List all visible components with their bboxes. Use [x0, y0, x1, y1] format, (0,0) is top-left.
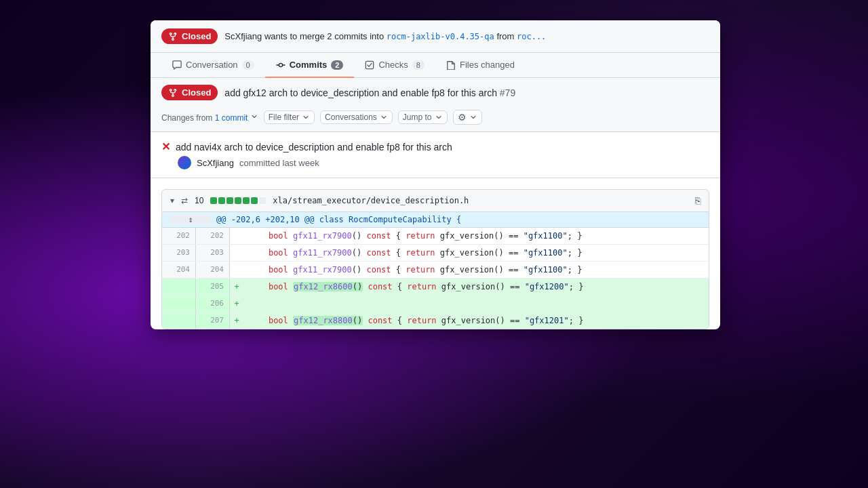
svg-point-0 — [279, 63, 282, 66]
new-line-num: 207 — [196, 312, 230, 329]
diff-bar-2 — [218, 197, 225, 204]
diff-sign: + — [230, 312, 243, 329]
gear-icon: ⚙ — [458, 112, 467, 123]
hunk-expand[interactable]: ↕ — [170, 215, 211, 224]
tab-files-changed[interactable]: Files changed — [435, 53, 526, 78]
new-line-num: 205 — [196, 279, 230, 295]
pr-title: add gfx12 arch to device_description and… — [224, 87, 515, 98]
closed-badge: Closed — [161, 28, 218, 44]
diff-row-added: 205 + bool gfx12_rx8600() const { return… — [162, 279, 709, 296]
commit-link[interactable]: 1 commit — [215, 113, 248, 123]
diff-row: 204 204 bool gfx11_rx7900() const { retu… — [162, 262, 709, 279]
top-bar: Closed ScXfjiang wants to merge 2 commit… — [151, 20, 720, 53]
copy-path-icon[interactable]: ⎘ — [695, 195, 701, 206]
commit-title: ✕ add navi4x arch to device_description … — [161, 140, 709, 153]
diff-sign — [230, 245, 243, 261]
diff-bar-3 — [226, 197, 233, 204]
changes-from-text: Changes from 1 commit — [161, 113, 258, 123]
conversations-btn[interactable]: Conversations — [320, 110, 393, 124]
old-line-num: 202 — [162, 228, 196, 244]
files-tab-label: Files changed — [460, 60, 515, 70]
closed-label: Closed — [182, 31, 211, 41]
conversation-count: 0 — [242, 60, 254, 70]
author-name[interactable]: ScXfjiang — [197, 158, 234, 168]
diff-bar-4 — [235, 197, 241, 204]
diff-line-count: 10 — [195, 196, 203, 205]
diff-row-added: 207 + bool gfx12_rx8800() const { return… — [162, 312, 709, 329]
new-line-num: 202 — [196, 228, 230, 244]
diff-section: ▾ ⇄ 10 xla/stream_executor/device_descri… — [151, 178, 720, 329]
tab-commits[interactable]: Commits 2 — [265, 53, 355, 78]
commit-author: ScXfjiang committed last week — [178, 156, 709, 169]
git-merge-icon — [168, 32, 178, 41]
tab-checks[interactable]: Checks 8 — [354, 53, 435, 78]
diff-code: bool gfx12_rx8800() const { return gfx_v… — [243, 312, 709, 329]
old-line-num — [162, 312, 196, 329]
settings-chevron-icon — [469, 113, 477, 121]
new-line-num: 203 — [196, 245, 230, 261]
new-line-num: 204 — [196, 262, 230, 278]
filter-chevron-icon — [302, 113, 310, 121]
main-panel: Closed ScXfjiang wants to merge 2 commit… — [151, 20, 720, 329]
collapse-diff-btn[interactable]: ▾ — [170, 196, 174, 205]
author-avatar — [178, 156, 191, 169]
pr-closed-label: Closed — [182, 87, 211, 98]
checks-icon — [365, 60, 374, 70]
diff-file-header: ▾ ⇄ 10 xla/stream_executor/device_descri… — [161, 189, 709, 212]
pr-number: #79 — [500, 87, 515, 98]
conversations-chevron-icon — [380, 113, 388, 121]
commit-time: committed last week — [239, 158, 319, 168]
source-branch[interactable]: roc... — [517, 32, 546, 41]
old-line-num: 204 — [162, 262, 196, 278]
commits-count: 2 — [331, 60, 343, 70]
diff-bar-5 — [243, 197, 250, 204]
diff-bar-6 — [251, 197, 258, 204]
new-line-num: 206 — [196, 296, 230, 312]
commits-icon — [276, 60, 285, 70]
diff-code: bool gfx12_rx8600() const { return gfx_v… — [243, 279, 709, 295]
merge-text: ScXfjiang wants to merge 2 commits into … — [224, 31, 546, 41]
checks-count: 8 — [412, 60, 425, 70]
chevron-down-icon — [250, 113, 258, 121]
diff-hunk-header: ↕ @@ -202,6 +202,10 @@ class RocmCompute… — [162, 212, 709, 228]
diff-code: bool gfx11_rx7900() const { return gfx_v… — [243, 245, 709, 261]
pr-merge-icon — [168, 88, 178, 98]
diff-row-added: 206 + — [162, 296, 709, 312]
conversation-icon — [172, 60, 182, 70]
old-line-num — [162, 296, 196, 312]
hunk-range: @@ -202,6 +202,10 @@ class RocmComputeCa… — [216, 215, 461, 224]
pr-title-bar: Closed add gfx12 arch to device_descript… — [151, 78, 720, 132]
jump-to-btn[interactable]: Jump to — [398, 110, 448, 124]
file-filter-btn[interactable]: File filter — [264, 110, 315, 124]
diff-sign — [230, 228, 243, 244]
diff-sign: + — [230, 279, 243, 295]
diff-sign — [230, 262, 243, 278]
diff-row: 203 203 bool gfx11_rx7900() const { retu… — [162, 245, 709, 262]
old-line-num: 203 — [162, 245, 196, 261]
settings-btn[interactable]: ⚙ — [453, 110, 482, 125]
jumpto-chevron-icon — [435, 113, 443, 121]
diff-code: bool gfx11_rx7900() const { return gfx_v… — [243, 262, 709, 278]
conversation-tab-label: Conversation — [186, 60, 238, 70]
diff-filename: xla/stream_executor/device_description.h — [273, 196, 688, 205]
commit-section: ✕ add navi4x arch to device_description … — [151, 132, 720, 178]
diff-code: bool gfx11_rx7900() const { return gfx_v… — [243, 228, 709, 244]
checks-tab-label: Checks — [378, 60, 408, 70]
diff-bar-7 — [259, 197, 266, 204]
files-icon — [446, 60, 456, 70]
x-status-icon: ✕ — [161, 140, 170, 153]
old-line-num — [162, 279, 196, 295]
commits-tab-label: Commits — [290, 60, 328, 70]
diff-bars — [210, 197, 266, 204]
diff-row: 202 202 bool gfx11_rx7900() const { retu… — [162, 228, 709, 245]
diff-bar-1 — [210, 197, 217, 204]
pr-closed-badge: Closed — [161, 85, 218, 100]
pr-toolbar: Changes from 1 commit File filter Conver… — [161, 110, 709, 125]
svg-rect-1 — [366, 61, 374, 68]
diff-sign: + — [230, 296, 243, 312]
tabs-bar: Conversation 0 Commits 2 Checks 8 File — [151, 53, 720, 78]
tab-conversation[interactable]: Conversation 0 — [161, 53, 265, 78]
diff-split-icon: ⇄ — [181, 196, 188, 205]
target-branch[interactable]: rocm-jaxlib-v0.4.35-qa — [387, 32, 494, 41]
diff-table: ↕ @@ -202,6 +202,10 @@ class RocmCompute… — [161, 212, 709, 329]
